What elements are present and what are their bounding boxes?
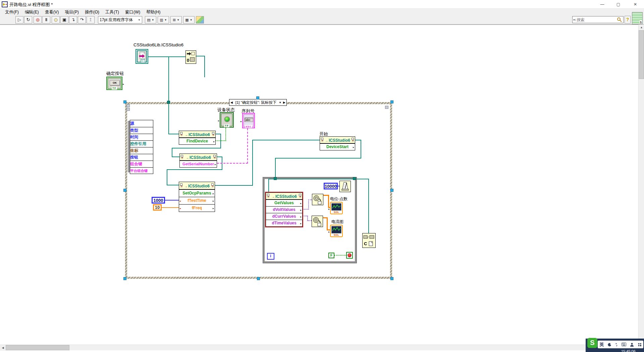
array-index-node[interactable]: 0	[185, 50, 196, 64]
search-box[interactable]: ▸|	[572, 16, 624, 23]
event-prev-icon[interactable]: ◀	[229, 101, 234, 104]
align-objects-dropdown[interactable]: ▤▼	[145, 16, 156, 24]
class-constant[interactable]	[136, 49, 148, 64]
step-over-icon[interactable]: ↷	[78, 16, 86, 24]
class-constant-label: CSStudio6Lib.ICSStudio6	[133, 42, 183, 47]
resize-objects-dropdown[interactable]: ⊞▼	[170, 16, 182, 24]
menu-tools[interactable]: 工具(T)	[102, 9, 122, 15]
test-time-constant[interactable]: 1000	[152, 197, 165, 204]
ok-button-terminal[interactable]: OK TF ▸	[106, 77, 122, 90]
vi-icon[interactable]: 1	[632, 12, 643, 24]
keyboard-icon[interactable]	[622, 343, 626, 346]
selection-handle[interactable]	[123, 100, 126, 103]
ime-lang-indicator[interactable]: 英	[599, 342, 604, 348]
h-scroll-thumb[interactable]	[6, 345, 69, 350]
close-button[interactable]: ✕	[627, 0, 644, 9]
scroll-left-icon[interactable]: ◀	[0, 345, 6, 351]
node-corner-icon: ?!	[212, 132, 215, 136]
ime-toolbar[interactable]: 英	[598, 341, 643, 348]
invoke-node-get-values[interactable]: ?!→ICSStudio6?! GetValues dVoltValues dC…	[266, 192, 303, 227]
step-into-icon[interactable]: ↴	[69, 16, 77, 24]
toolbox-grid-icon[interactable]	[638, 343, 642, 347]
sogou-logo-icon[interactable]: S	[587, 338, 597, 348]
event-data-row: 平台组合键	[130, 167, 153, 174]
method-row[interactable]: SetOcpParams	[179, 189, 215, 197]
serial-terminal[interactable]: abc abc ▸	[242, 113, 255, 128]
freq-constant[interactable]: 10	[153, 204, 162, 211]
device-status-terminal[interactable]: TF ▸	[220, 112, 234, 128]
selection-handle[interactable]	[123, 189, 126, 192]
maximize-button[interactable]: ▢	[610, 0, 626, 9]
event-next-icon[interactable]: ▶	[282, 101, 286, 104]
event-data-row: 源	[130, 120, 153, 127]
param-row[interactable]: dCurrValues	[266, 213, 302, 220]
menu-window[interactable]: 窗口(W)	[122, 9, 143, 15]
search-input[interactable]	[577, 17, 617, 22]
moon-icon[interactable]	[607, 343, 611, 347]
method-row[interactable]: GetSerialNumber	[180, 161, 217, 167]
ok-button-glyph: OK	[110, 80, 120, 85]
v-scroll-thumb[interactable]	[639, 30, 644, 79]
ok-output-nub: ▸	[123, 83, 124, 86]
wait-ms-node[interactable]	[339, 181, 351, 192]
highlight-execution-icon[interactable]	[52, 16, 60, 24]
method-row[interactable]: DeviceStart	[320, 143, 355, 150]
invoke-node-set-ocp[interactable]: ?!→ICSStudio6?! SetOcpParams fTestTime f…	[179, 182, 215, 212]
selection-handle[interactable]	[390, 277, 393, 280]
param-row[interactable]: fFreq	[179, 204, 215, 212]
param-row[interactable]: fTestTime	[179, 197, 215, 204]
help-button[interactable]: ?	[625, 16, 631, 24]
menu-project[interactable]: 项目(P)	[62, 9, 82, 15]
person-icon[interactable]	[630, 343, 634, 347]
selection-handle[interactable]	[390, 189, 393, 192]
selection-handle[interactable]	[256, 96, 259, 99]
event-dropdown-icon[interactable]: ▼	[278, 101, 282, 104]
iteration-terminal[interactable]: i	[267, 253, 274, 260]
method-row[interactable]: FindDevice	[179, 138, 215, 144]
selection-handle[interactable]	[390, 100, 393, 103]
run-continuously-icon[interactable]: ↻	[24, 16, 32, 24]
invoke-node-get-serial[interactable]: ?!→ICSStudio6?! GetSerialNumber	[179, 153, 217, 168]
menu-file[interactable]: 文件(F)	[2, 9, 22, 15]
variant-to-data-node[interactable]	[312, 216, 323, 227]
h-scrollbar[interactable]: ◀ ▶	[0, 345, 638, 350]
false-constant[interactable]: F	[328, 253, 334, 258]
run-icon[interactable]: ▷	[15, 16, 23, 24]
font-selector[interactable]: 17pt 应用程序字体 ▼	[98, 16, 142, 24]
reorder-objects-dropdown[interactable]: ▦▼	[183, 16, 195, 24]
scroll-up-icon[interactable]: ▲	[639, 25, 644, 30]
distribute-objects-dropdown[interactable]: ▥▼	[158, 16, 169, 24]
param-row[interactable]: dTimeValues	[266, 220, 302, 226]
retain-wire-values-icon[interactable]: ▣	[60, 16, 68, 24]
curr-chart-terminal[interactable]: SGL ▸	[330, 225, 343, 237]
abort-icon[interactable]	[34, 16, 42, 24]
flatten-to-string-node[interactable]: / C	[362, 233, 376, 248]
event-selector-label[interactable]: ◀ [1] "确定按钮": 鼠标按下 ▼ ▶	[229, 99, 287, 106]
wire-class	[148, 56, 185, 57]
menu-edit[interactable]: 编辑(E)	[22, 9, 42, 15]
wire-class	[172, 148, 221, 148]
event-data-node[interactable]: 源 类型 时间 控件引用 坐标 按钮 组合键 平台组合键	[130, 120, 153, 174]
v-scrollbar[interactable]: ▲ ▼	[638, 25, 644, 345]
menu-operate[interactable]: 操作(O)	[82, 9, 102, 15]
param-row[interactable]: dVoltValues	[266, 206, 302, 213]
minimize-button[interactable]: —	[594, 0, 610, 9]
menu-help[interactable]: 帮助(H)	[143, 9, 163, 15]
invoke-node-device-start[interactable]: ?!→ICSStudio6?! DeviceStart	[320, 136, 355, 150]
clean-up-diagram-icon[interactable]	[196, 16, 204, 24]
invoke-node-find-device[interactable]: ?!→ICSStudio6?! FindDevice	[179, 131, 216, 145]
variant-to-data-node[interactable]	[312, 194, 323, 205]
method-row[interactable]: GetValues	[266, 200, 302, 206]
selection-handle[interactable]	[123, 277, 126, 280]
menu-view[interactable]: 查看(V)	[42, 9, 62, 15]
search-expand-icon[interactable]: ▸|	[573, 18, 577, 21]
volt-chart-terminal[interactable]: SGL ▸	[330, 202, 343, 214]
punctuation-icon[interactable]	[615, 343, 618, 347]
step-out-icon[interactable]: ↥	[87, 16, 95, 24]
stop-terminal[interactable]	[346, 252, 353, 259]
pause-icon[interactable]: ‖	[42, 16, 50, 24]
wait-ms-constant[interactable]: 10000	[324, 183, 338, 189]
waveform-chart-icon	[331, 203, 341, 211]
selection-handle[interactable]	[257, 277, 260, 280]
node-corner-icon: ?!	[180, 132, 183, 136]
